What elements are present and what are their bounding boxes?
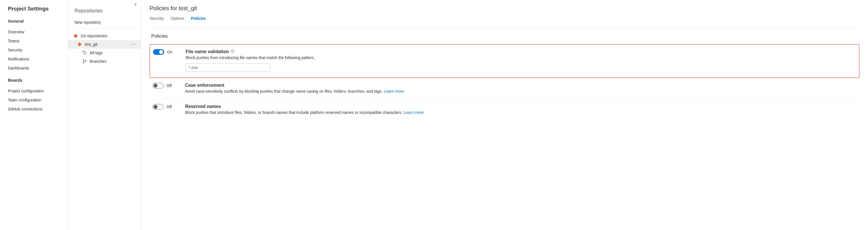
nav-security[interactable]: Security <box>8 46 67 55</box>
tab-options[interactable]: Options <box>171 15 184 22</box>
collapse-panel-icon[interactable] <box>133 2 138 8</box>
policy-body: Case enforcement Avoid case-sensitivity … <box>185 83 857 93</box>
repositories-title: Repositories <box>68 3 141 18</box>
tab-bar: Security Options Policies <box>150 15 860 22</box>
tree-git-repositories[interactable]: Git repositories <box>68 32 141 40</box>
toggle-reserved-names[interactable] <box>152 104 164 110</box>
tree-all-tags[interactable]: All tags <box>68 49 141 57</box>
policy-file-name-validation: On File name validation Block pushes fro… <box>150 44 860 78</box>
policy-title: Reserved names <box>185 104 857 109</box>
toggle-state-label: Off <box>166 83 172 88</box>
page-title: Project Settings <box>8 6 67 12</box>
policies-heading: Policies <box>150 33 860 39</box>
nav-overview[interactable]: Overview <box>8 27 67 36</box>
toggle-case-enforcement[interactable] <box>152 83 164 88</box>
repositories-panel: Repositories New repository Git reposito… <box>68 0 141 230</box>
toggle-file-name-validation[interactable] <box>153 49 164 55</box>
tree-branches[interactable]: Branches <box>68 57 141 65</box>
toggle-group: Off <box>152 83 178 88</box>
policies-panel: Policies On File name validation Block p… <box>150 28 860 120</box>
learn-more-link[interactable]: Learn more <box>384 89 404 93</box>
policy-description: Block pushes from introducing file names… <box>186 55 856 60</box>
tag-icon <box>83 51 87 55</box>
policy-description-text: Block pushes that introduce files, folde… <box>185 110 404 115</box>
policy-description: Block pushes that introduce files, folde… <box>185 110 857 115</box>
nav-github-conn[interactable]: GitHub connections <box>8 105 67 114</box>
tree-label: Git repositories <box>81 34 137 38</box>
svg-point-2 <box>83 62 84 63</box>
policy-reserved-names: Off Reserved names Block pushes that int… <box>150 99 860 120</box>
toggle-group: On <box>153 49 178 55</box>
settings-sidebar: Project Settings General Overview Teams … <box>0 0 68 230</box>
svg-point-5 <box>232 50 233 51</box>
new-repository-link[interactable]: New repository <box>68 18 141 27</box>
svg-point-1 <box>83 59 84 60</box>
nav-project-config[interactable]: Project configuration <box>8 86 67 95</box>
tree-label: All tags <box>90 51 137 55</box>
tab-security[interactable]: Security <box>150 15 164 22</box>
learn-more-link[interactable]: Learn more <box>404 110 424 115</box>
toggle-state-label: On <box>167 50 173 54</box>
git-icon <box>77 42 82 47</box>
policy-description: Avoid case-sensitivity conflicts by bloc… <box>185 89 857 93</box>
main-title: Policies for test_git <box>150 5 860 11</box>
svg-point-0 <box>84 52 84 52</box>
policy-title: File name validation <box>186 49 856 54</box>
policy-title: Case enforcement <box>185 83 857 88</box>
git-icon <box>73 34 78 38</box>
tree-repo-test-git[interactable]: test_git ··· <box>68 40 141 49</box>
nav-teams[interactable]: Teams <box>8 36 67 46</box>
policy-case-enforcement: Off Case enforcement Avoid case-sensitiv… <box>150 78 860 99</box>
tree-label: test_git <box>85 42 127 47</box>
nav-notifications[interactable]: Notifications <box>8 55 67 64</box>
branch-icon <box>83 59 87 64</box>
section-header-general: General <box>8 19 67 24</box>
nav-dashboards[interactable]: Dashboards <box>8 64 67 73</box>
more-actions-icon[interactable]: ··· <box>130 42 137 47</box>
svg-point-3 <box>85 60 86 61</box>
policy-body: Reserved names Block pushes that introdu… <box>185 104 857 115</box>
policy-body: File name validation Block pushes from i… <box>186 49 856 72</box>
main-content: Policies for test_git Security Options P… <box>141 0 868 230</box>
svg-rect-6 <box>232 51 232 52</box>
policy-title-text: File name validation <box>186 49 229 54</box>
nav-team-config[interactable]: Team configuration <box>8 95 67 105</box>
section-header-boards: Boards <box>8 78 67 83</box>
toggle-group: Off <box>152 104 178 110</box>
toggle-state-label: Off <box>166 105 172 109</box>
file-name-pattern-input[interactable] <box>186 63 270 72</box>
info-icon[interactable] <box>230 49 235 54</box>
policy-description-text: Avoid case-sensitivity conflicts by bloc… <box>185 89 384 93</box>
tab-policies[interactable]: Policies <box>191 15 206 22</box>
tree-label: Branches <box>90 59 137 64</box>
